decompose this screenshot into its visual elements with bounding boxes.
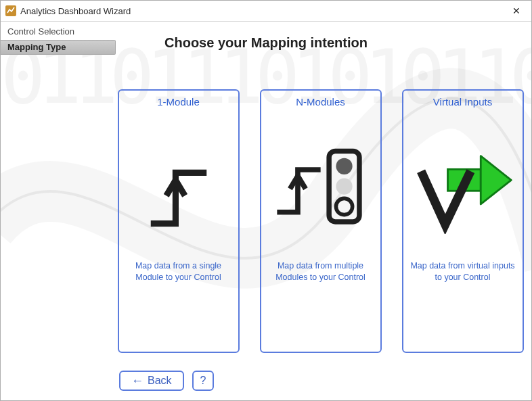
n-modules-icon [267,129,375,237]
option-desc: Map data from virtual inputs to your Con… [409,260,517,283]
option-title: Virtual Inputs [433,96,492,108]
option-virtual-inputs[interactable]: Virtual Inputs Map data from virtual inp… [402,89,524,353]
close-button[interactable]: ✕ [502,1,531,21]
help-button[interactable]: ? [192,371,215,391]
svg-marker-8 [481,156,511,204]
page-title: Choose your Mapping intention [1,35,531,51]
virtual-inputs-icon [409,129,517,237]
help-label: ? [200,375,206,387]
mapping-options-row: 1-Module Map data from a single Module t… [119,89,522,353]
wizard-footer: ← Back ? [119,371,214,391]
arrow-left-icon: ← [131,375,143,387]
one-module-icon [125,129,233,237]
back-label: Back [148,375,172,387]
svg-point-6 [336,198,352,214]
svg-point-5 [336,179,352,195]
option-n-modules[interactable]: N-Modules Map data from multiple Modules… [260,89,382,353]
option-title: N-Modules [296,96,345,108]
svg-point-4 [336,158,352,174]
option-desc: Map data from multiple Modules to your C… [267,260,375,283]
app-icon [5,5,16,16]
option-1-module[interactable]: 1-Module Map data from a single Module t… [118,89,240,353]
option-desc: Map data from a single Module to your Co… [125,260,233,283]
back-button[interactable]: ← Back [119,371,184,391]
window-title: Analytics Dashboard Wizard [20,6,131,16]
option-title: 1-Module [157,96,200,108]
titlebar: Analytics Dashboard Wizard ✕ [1,1,531,22]
